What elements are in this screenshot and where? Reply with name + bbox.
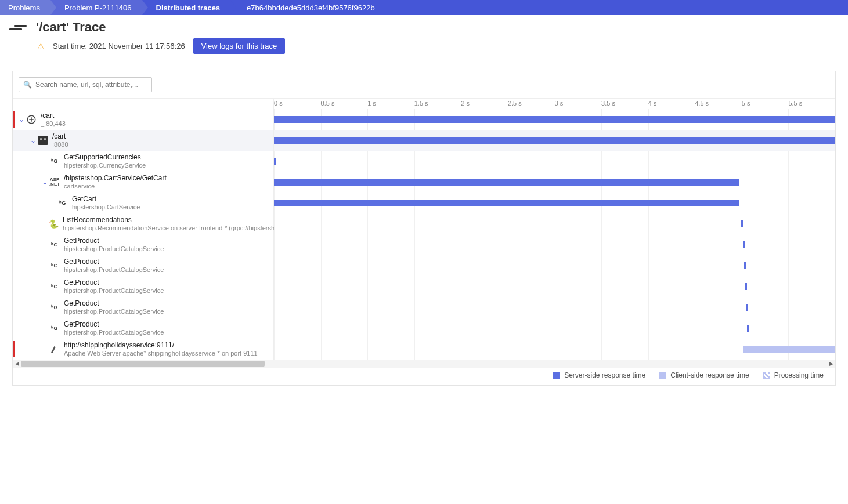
span-row-getcart2[interactable]: ⌄ʰGGetCarthipstershop.CartService — [13, 193, 273, 213]
span-title: GetProduct — [64, 237, 164, 245]
aspnet-icon: ASP.NET — [49, 177, 60, 187]
span-row-rec[interactable]: ⌄🐍ListRecommendationshipstershop.Recomme… — [13, 213, 273, 234]
span-row-fe[interactable]: ⌄/cart:8080 — [13, 130, 273, 151]
start-time-label: Start time: 2021 November 11 17:56:26 — [53, 42, 185, 50]
span-bar-cell — [274, 339, 835, 360]
span-title: /cart — [52, 132, 68, 140]
span-subtitle: :8080 — [52, 140, 68, 148]
span-title: GetProduct — [64, 320, 164, 328]
ruler-tick: 5.5 s — [788, 100, 802, 107]
span-bar-cell — [274, 172, 835, 193]
crumb-trace-id[interactable]: e7b64bbddede5ddd3ef4bf9576f9622b — [230, 0, 385, 15]
grpc-icon: ʰG — [49, 302, 60, 313]
view-logs-button[interactable]: View logs for this trace — [193, 38, 286, 54]
ruler-tick: 2.5 s — [508, 100, 522, 107]
span-row-p1[interactable]: ⌄ʰGGetProducthipstershop.ProductCatalogS… — [13, 234, 273, 255]
span-bar-cell — [274, 234, 835, 255]
span-row-p2[interactable]: ⌄ʰGGetProducthipstershop.ProductCatalogS… — [13, 255, 273, 276]
span-bar[interactable] — [743, 241, 745, 248]
span-tree: ⌄/cart_:80,443⌄/cart:8080⌄ʰGGetSupported… — [13, 99, 274, 360]
span-bar-cell — [274, 297, 835, 318]
span-subtitle: hipstershop.CurrencyService — [64, 161, 146, 169]
span-subtitle: Apache Web Server apache* shippingholida… — [64, 349, 258, 357]
span-subtitle: hipstershop.ProductCatalogService — [64, 266, 164, 274]
span-tree-cell: ⌄ʰGGetProducthipstershop.ProductCatalogS… — [13, 320, 273, 336]
page-header: '/cart' Trace ⚠ Start time: 2021 Novembe… — [0, 15, 848, 60]
ruler-tick: 3.5 s — [601, 100, 615, 107]
span-bar[interactable] — [741, 220, 744, 227]
span-subtitle: _:80,443 — [41, 119, 66, 128]
span-bar[interactable] — [274, 116, 835, 123]
span-tree-cell: ⌄/cart:8080 — [13, 132, 273, 148]
span-bar-cell — [274, 213, 835, 234]
span-bar[interactable] — [274, 158, 276, 165]
search-wrap: 🔍 — [13, 71, 835, 99]
scroll-thumb[interactable] — [21, 361, 265, 367]
span-subtitle: hipstershop.ProductCatalogService — [64, 287, 164, 295]
ruler-tick: 4 s — [648, 100, 657, 107]
span-tree-cell: ⌄ʰGGetSupportedCurrencieshipstershop.Cur… — [13, 153, 273, 169]
crumb-distributed-traces[interactable]: Distributed traces — [142, 0, 231, 15]
legend-client: Client-side response time — [659, 371, 749, 379]
ruler-tick: 0.5 s — [321, 100, 335, 107]
span-subtitle: hipstershop.CartService — [72, 203, 140, 211]
span-tree-cell: ⌄ʰGGetProducthipstershop.ProductCatalogS… — [13, 278, 273, 295]
expand-toggle-icon[interactable]: ⌄ — [40, 178, 49, 186]
span-tree-cell: ⌄ʰGGetCarthipstershop.CartService — [13, 195, 273, 211]
span-tree-cell: ⌄ʰGGetProducthipstershop.ProductCatalogS… — [13, 258, 273, 274]
crumb-problem-id[interactable]: Problem P-2111406 — [50, 0, 142, 15]
crumb-problems[interactable]: Problems — [0, 0, 50, 15]
expand-toggle-icon[interactable]: ⌄ — [28, 136, 38, 144]
scroll-right-icon[interactable]: ▶ — [827, 360, 835, 368]
span-title: GetSupportedCurrencies — [64, 153, 146, 161]
timeline-area: 0 s0.5 s1 s1.5 s2 s2.5 s3 s3.5 s4 s4.5 s… — [274, 99, 835, 360]
span-title: /cart — [41, 111, 66, 119]
grpc-icon: ʰG — [49, 281, 60, 292]
span-bar[interactable] — [274, 137, 835, 144]
horizontal-scrollbar[interactable]: ◀ ▶ — [13, 360, 835, 368]
span-bar-cell — [274, 151, 835, 172]
time-ruler: 0 s0.5 s1 s1.5 s2 s2.5 s3 s3.5 s4 s4.5 s… — [274, 99, 835, 109]
span-subtitle: hipstershop.ProductCatalogService — [64, 245, 164, 253]
span-row-ship[interactable]: ⌄http://shippingholidaysservice:9111/Apa… — [13, 339, 273, 360]
span-title: /hipstershop.CartService/GetCart — [64, 174, 167, 182]
span-bar[interactable] — [274, 200, 739, 206]
grpc-icon: ʰG — [49, 260, 60, 271]
span-bar[interactable] — [747, 325, 749, 332]
python-icon: 🐍 — [49, 219, 59, 229]
span-row-root[interactable]: ⌄/cart_:80,443 — [13, 109, 273, 130]
span-bar[interactable] — [745, 283, 747, 290]
span-bar-cell — [274, 276, 835, 297]
legend-server: Server-side response time — [553, 371, 645, 379]
span-row-p3[interactable]: ⌄ʰGGetProducthipstershop.ProductCatalogS… — [13, 276, 273, 297]
span-title: http://shippingholidaysservice:9111/ — [64, 341, 258, 349]
ruler-tick: 1.5 s — [414, 100, 428, 107]
google-icon — [26, 114, 37, 125]
span-tree-cell: ⌄🐍ListRecommendationshipstershop.Recomme… — [13, 216, 274, 232]
expand-toggle-icon[interactable]: ⌄ — [17, 115, 26, 124]
page-title: '/cart' Trace — [36, 20, 106, 35]
span-bar[interactable] — [274, 179, 739, 186]
span-bar[interactable] — [746, 304, 748, 311]
span-row-getcart[interactable]: ⌄ASP.NET/hipstershop.CartService/GetCart… — [13, 172, 273, 193]
legend: Server-side response time Client-side re… — [13, 368, 835, 385]
span-bar[interactable] — [744, 262, 746, 269]
trace-chart: ⌄/cart_:80,443⌄/cart:8080⌄ʰGGetSupported… — [13, 99, 835, 360]
span-bar-cell — [274, 130, 835, 151]
ruler-tick: 0 s — [274, 100, 283, 107]
span-row-p5[interactable]: ⌄ʰGGetProducthipstershop.ProductCatalogS… — [13, 318, 273, 339]
span-subtitle: hipstershop.RecommendationService on ser… — [63, 224, 274, 232]
span-tree-cell: ⌄ʰGGetProducthipstershop.ProductCatalogS… — [13, 299, 273, 316]
grpc-icon: ʰG — [49, 323, 60, 333]
span-bar[interactable] — [743, 346, 835, 353]
span-bar-cell — [274, 255, 835, 276]
grpc-icon: ʰG — [49, 156, 60, 166]
span-row-p4[interactable]: ⌄ʰGGetProducthipstershop.ProductCatalogS… — [13, 297, 273, 318]
search-input[interactable] — [19, 77, 152, 92]
scroll-left-icon[interactable]: ◀ — [13, 360, 21, 368]
span-subtitle: cartservice — [64, 182, 167, 190]
grpc-icon: ʰG — [57, 198, 68, 208]
span-tree-cell: ⌄/cart_:80,443 — [13, 111, 273, 128]
span-title: GetProduct — [64, 278, 164, 287]
span-row-cur[interactable]: ⌄ʰGGetSupportedCurrencieshipstershop.Cur… — [13, 151, 273, 172]
